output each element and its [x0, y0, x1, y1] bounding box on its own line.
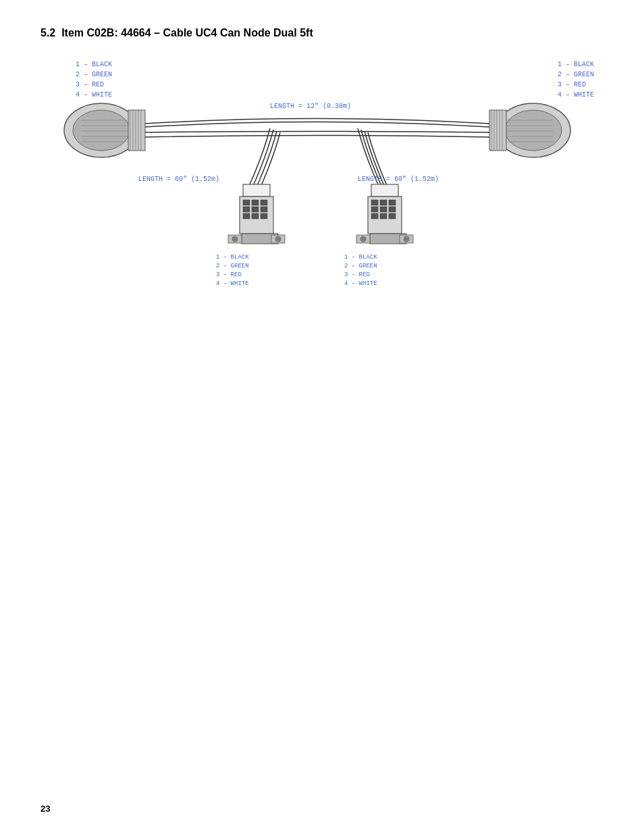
cable-diagram: LENGTH = 12" (0.30m) LENGTH = 60" (1.52m… — [41, 53, 594, 336]
svg-rect-2 — [128, 110, 145, 151]
svg-text:2 – GREEN: 2 – GREEN — [216, 263, 249, 269]
svg-rect-55 — [371, 213, 378, 219]
diagram-area: 1 – BLACK 2 – GREEN 3 – RED 4 – WHITE 1 … — [41, 53, 594, 336]
svg-text:4 – WHITE: 4 – WHITE — [344, 280, 377, 287]
section-number: 5.2 — [41, 27, 55, 38]
svg-rect-54 — [389, 207, 396, 212]
svg-text:1 – BLACK: 1 – BLACK — [216, 254, 249, 261]
svg-text:1 – BLACK: 1 – BLACK — [344, 254, 377, 261]
svg-text:3 – RED: 3 – RED — [216, 271, 242, 278]
svg-rect-51 — [389, 200, 396, 205]
svg-rect-50 — [380, 200, 387, 205]
svg-rect-39 — [261, 213, 267, 219]
svg-rect-56 — [380, 213, 387, 219]
svg-rect-47 — [371, 184, 398, 197]
svg-text:LENGTH = 60" (1.52m): LENGTH = 60" (1.52m) — [138, 176, 219, 183]
svg-rect-36 — [261, 207, 267, 212]
svg-rect-33 — [261, 200, 267, 205]
svg-rect-35 — [252, 207, 259, 212]
page-number: 23 — [41, 804, 50, 814]
page: 5.2 Item C02B: 44664 – Cable UC4 Can Nod… — [0, 0, 644, 834]
svg-rect-37 — [243, 213, 250, 219]
svg-text:LENGTH = 12" (0.30m): LENGTH = 12" (0.30m) — [270, 103, 351, 110]
svg-rect-57 — [389, 213, 396, 219]
svg-rect-53 — [380, 207, 387, 212]
svg-rect-34 — [243, 207, 250, 212]
section-title: 5.2 Item C02B: 44664 – Cable UC4 Can Nod… — [41, 27, 603, 39]
svg-rect-52 — [371, 207, 378, 212]
svg-rect-29 — [243, 184, 270, 197]
svg-text:4 – WHITE: 4 – WHITE — [216, 280, 249, 287]
svg-rect-31 — [243, 200, 250, 205]
svg-point-14 — [505, 110, 562, 151]
svg-text:LENGTH = 60" (1.52m): LENGTH = 60" (1.52m) — [358, 176, 439, 183]
svg-rect-38 — [252, 213, 259, 219]
svg-text:3 – RED: 3 – RED — [344, 271, 370, 278]
svg-text:2 – GREEN: 2 – GREEN — [344, 263, 377, 269]
svg-point-1 — [73, 110, 130, 151]
section-title-text: Item C02B: 44664 – Cable UC4 Can Node Du… — [61, 27, 313, 38]
svg-rect-32 — [252, 200, 259, 205]
svg-rect-15 — [489, 110, 506, 151]
svg-rect-49 — [371, 200, 378, 205]
